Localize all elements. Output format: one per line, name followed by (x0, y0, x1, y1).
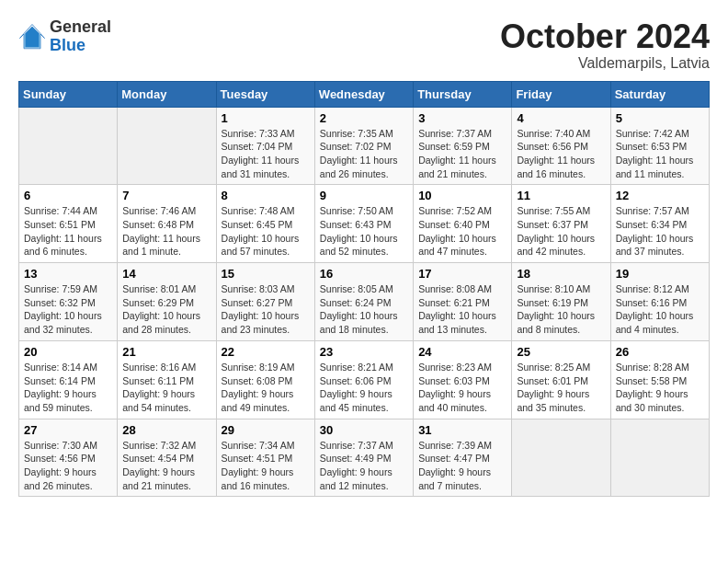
location-subtitle: Valdemarpils, Latvia (500, 55, 710, 72)
day-number: 26 (616, 345, 704, 359)
day-info: Sunrise: 7:52 AM Sunset: 6:40 PM Dayligh… (418, 204, 506, 259)
day-number: 10 (418, 189, 506, 202)
day-info: Sunrise: 8:19 AM Sunset: 6:08 PM Dayligh… (222, 361, 310, 415)
day-info: Sunrise: 7:32 AM Sunset: 4:54 PM Dayligh… (122, 439, 210, 493)
day-info: Sunrise: 7:55 AM Sunset: 6:37 PM Dayligh… (517, 204, 605, 259)
month-title: October 2024 (500, 18, 710, 55)
calendar-cell: 27Sunrise: 7:30 AM Sunset: 4:56 PM Dayli… (19, 419, 118, 497)
calendar-cell: 8Sunrise: 7:48 AM Sunset: 6:45 PM Daylig… (216, 185, 314, 263)
day-info: Sunrise: 7:44 AM Sunset: 6:51 PM Dayligh… (24, 204, 112, 259)
day-info: Sunrise: 7:46 AM Sunset: 6:48 PM Dayligh… (122, 204, 210, 259)
day-number: 5 (616, 111, 704, 125)
calendar-cell (512, 419, 610, 497)
calendar-header: SundayMondayTuesdayWednesdayThursdayFrid… (19, 81, 710, 107)
day-number: 18 (517, 267, 605, 281)
day-info: Sunrise: 7:42 AM Sunset: 6:53 PM Dayligh… (616, 127, 704, 181)
week-row-4: 20Sunrise: 8:14 AM Sunset: 6:14 PM Dayli… (19, 340, 710, 419)
day-number: 24 (418, 345, 506, 359)
calendar-cell: 26Sunrise: 8:28 AM Sunset: 5:58 PM Dayli… (610, 340, 709, 419)
day-info: Sunrise: 7:33 AM Sunset: 7:04 PM Dayligh… (222, 127, 310, 181)
day-number: 8 (222, 189, 310, 202)
calendar-cell: 12Sunrise: 7:57 AM Sunset: 6:34 PM Dayli… (610, 185, 709, 263)
calendar-table: SundayMondayTuesdayWednesdayThursdayFrid… (18, 81, 710, 498)
header-sunday: Sunday (19, 81, 118, 107)
calendar-cell: 30Sunrise: 7:37 AM Sunset: 4:49 PM Dayli… (314, 419, 413, 497)
day-info: Sunrise: 7:30 AM Sunset: 4:56 PM Dayligh… (24, 439, 112, 493)
day-number: 20 (24, 345, 112, 359)
day-number: 6 (24, 189, 112, 202)
day-info: Sunrise: 7:48 AM Sunset: 6:45 PM Dayligh… (222, 204, 310, 259)
day-number: 4 (517, 111, 605, 125)
calendar-cell: 4Sunrise: 7:40 AM Sunset: 6:56 PM Daylig… (512, 107, 610, 185)
calendar-cell: 6Sunrise: 7:44 AM Sunset: 6:51 PM Daylig… (19, 185, 118, 263)
day-info: Sunrise: 7:35 AM Sunset: 7:02 PM Dayligh… (320, 127, 408, 181)
day-info: Sunrise: 8:08 AM Sunset: 6:21 PM Dayligh… (418, 282, 506, 337)
calendar-cell: 1Sunrise: 7:33 AM Sunset: 7:04 PM Daylig… (216, 107, 314, 185)
day-number: 31 (418, 423, 506, 437)
day-info: Sunrise: 7:34 AM Sunset: 4:51 PM Dayligh… (222, 439, 310, 493)
day-info: Sunrise: 7:59 AM Sunset: 6:32 PM Dayligh… (24, 282, 112, 337)
calendar-cell: 24Sunrise: 8:23 AM Sunset: 6:03 PM Dayli… (414, 340, 512, 419)
calendar-cell: 22Sunrise: 8:19 AM Sunset: 6:08 PM Dayli… (216, 340, 314, 419)
calendar-cell: 7Sunrise: 7:46 AM Sunset: 6:48 PM Daylig… (118, 185, 216, 263)
calendar-cell: 28Sunrise: 7:32 AM Sunset: 4:54 PM Dayli… (118, 419, 216, 497)
logo-text: General Blue (50, 18, 111, 55)
logo-general-text: General (50, 18, 111, 37)
day-info: Sunrise: 7:40 AM Sunset: 6:56 PM Dayligh… (517, 127, 605, 181)
day-number: 14 (122, 267, 210, 281)
day-number: 27 (24, 423, 112, 437)
day-number: 2 (320, 111, 408, 125)
calendar-cell: 15Sunrise: 8:03 AM Sunset: 6:27 PM Dayli… (216, 263, 314, 341)
calendar-cell: 16Sunrise: 8:05 AM Sunset: 6:24 PM Dayli… (314, 263, 413, 341)
day-number: 30 (320, 423, 408, 437)
week-row-1: 1Sunrise: 7:33 AM Sunset: 7:04 PM Daylig… (19, 107, 710, 185)
calendar-cell: 20Sunrise: 8:14 AM Sunset: 6:14 PM Dayli… (19, 340, 118, 419)
calendar-cell: 14Sunrise: 8:01 AM Sunset: 6:29 PM Dayli… (118, 263, 216, 341)
calendar-cell: 17Sunrise: 8:08 AM Sunset: 6:21 PM Dayli… (414, 263, 512, 341)
calendar-cell: 11Sunrise: 7:55 AM Sunset: 6:37 PM Dayli… (512, 185, 610, 263)
calendar-cell (118, 107, 216, 185)
day-number: 1 (222, 111, 310, 125)
header-friday: Friday (512, 81, 610, 107)
day-info: Sunrise: 8:10 AM Sunset: 6:19 PM Dayligh… (517, 282, 605, 337)
day-info: Sunrise: 8:05 AM Sunset: 6:24 PM Dayligh… (320, 282, 408, 337)
header-monday: Monday (118, 81, 216, 107)
day-info: Sunrise: 8:01 AM Sunset: 6:29 PM Dayligh… (122, 282, 210, 337)
day-info: Sunrise: 7:37 AM Sunset: 4:49 PM Dayligh… (320, 439, 408, 493)
header-tuesday: Tuesday (216, 81, 314, 107)
calendar-cell (610, 419, 709, 497)
day-number: 25 (517, 345, 605, 359)
calendar-cell: 13Sunrise: 7:59 AM Sunset: 6:32 PM Dayli… (19, 263, 118, 341)
calendar-cell (19, 107, 118, 185)
calendar-cell: 19Sunrise: 8:12 AM Sunset: 6:16 PM Dayli… (610, 263, 709, 341)
day-number: 17 (418, 267, 506, 281)
day-info: Sunrise: 7:50 AM Sunset: 6:43 PM Dayligh… (320, 204, 408, 259)
day-info: Sunrise: 8:16 AM Sunset: 6:11 PM Dayligh… (122, 361, 210, 415)
header-saturday: Saturday (610, 81, 709, 107)
calendar-cell: 3Sunrise: 7:37 AM Sunset: 6:59 PM Daylig… (414, 107, 512, 185)
week-row-2: 6Sunrise: 7:44 AM Sunset: 6:51 PM Daylig… (19, 185, 710, 263)
header-row: SundayMondayTuesdayWednesdayThursdayFrid… (19, 81, 710, 107)
day-number: 28 (122, 423, 210, 437)
day-number: 21 (122, 345, 210, 359)
day-number: 12 (616, 189, 704, 202)
day-number: 11 (517, 189, 605, 202)
calendar-cell: 9Sunrise: 7:50 AM Sunset: 6:43 PM Daylig… (314, 185, 413, 263)
day-info: Sunrise: 7:37 AM Sunset: 6:59 PM Dayligh… (418, 127, 506, 181)
day-info: Sunrise: 8:03 AM Sunset: 6:27 PM Dayligh… (222, 282, 310, 337)
page-header: General Blue October 2024 Valdemarpils, … (18, 18, 710, 72)
calendar-cell: 31Sunrise: 7:39 AM Sunset: 4:47 PM Dayli… (414, 419, 512, 497)
day-number: 23 (320, 345, 408, 359)
day-number: 29 (222, 423, 310, 437)
day-info: Sunrise: 7:57 AM Sunset: 6:34 PM Dayligh… (616, 204, 704, 259)
calendar-body: 1Sunrise: 7:33 AM Sunset: 7:04 PM Daylig… (19, 107, 710, 497)
calendar-cell: 23Sunrise: 8:21 AM Sunset: 6:06 PM Dayli… (314, 340, 413, 419)
day-info: Sunrise: 8:12 AM Sunset: 6:16 PM Dayligh… (616, 282, 704, 337)
calendar-cell: 25Sunrise: 8:25 AM Sunset: 6:01 PM Dayli… (512, 340, 610, 419)
day-number: 13 (24, 267, 112, 281)
day-info: Sunrise: 8:21 AM Sunset: 6:06 PM Dayligh… (320, 361, 408, 415)
header-wednesday: Wednesday (314, 81, 413, 107)
day-number: 15 (222, 267, 310, 281)
day-number: 3 (418, 111, 506, 125)
day-number: 19 (616, 267, 704, 281)
